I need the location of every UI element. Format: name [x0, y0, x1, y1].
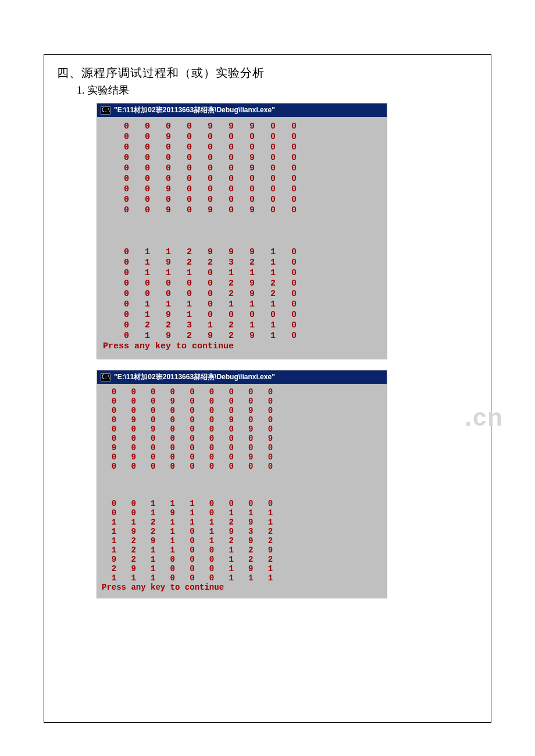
console1-output: 0 0 0 0 9 9 9 0 0 0 0 9 0 0 0 0 0 0 0 0 …	[97, 117, 387, 359]
console1-titlebar: C:\ "E:\11材加02班20113663郝绍燕\Debug\lianxi.…	[97, 104, 387, 117]
console-window-2: C:\ "E:\11材加02班20113663郝绍燕\Debug\lianxi.…	[97, 370, 387, 598]
cmd-icon: C:\	[101, 373, 110, 381]
watermark-text: .cn	[465, 404, 504, 432]
console2-title: "E:\11材加02班20113663郝绍燕\Debug\lianxi.exe"	[114, 372, 275, 382]
console1-title: "E:\11材加02班20113663郝绍燕\Debug\lianxi.exe"	[114, 105, 275, 115]
console2-block-b: 0 0 1 1 1 0 0 0 0 0 0 1 9 1 0 1 1 1 1 1 …	[102, 499, 273, 583]
console2-output: 0 0 0 0 0 0 0 0 0 0 0 0 9 0 0 0 0 0 0 0 …	[97, 384, 387, 598]
console-window-1: C:\ "E:\11材加02班20113663郝绍燕\Debug\lianxi.…	[97, 103, 387, 359]
page: 四、源程序调试过程和（或）实验分析 1. 实验结果 C:\ "E:\11材加02…	[0, 0, 535, 756]
console2-titlebar: C:\ "E:\11材加02班20113663郝绍燕\Debug\lianxi.…	[97, 370, 387, 384]
console1-block-a: 0 0 0 0 9 9 9 0 0 0 0 9 0 0 0 0 0 0 0 0 …	[103, 122, 297, 215]
console1-footer: Press any key to continue	[103, 341, 234, 351]
console2-block-a: 0 0 0 0 0 0 0 0 0 0 0 0 9 0 0 0 0 0 0 0 …	[102, 387, 273, 471]
console2-footer: Press any key to continue	[102, 583, 224, 592]
cmd-icon: C:\	[101, 106, 110, 115]
section-heading: 四、源程序调试过程和（或）实验分析	[57, 65, 478, 81]
content-frame: 四、源程序调试过程和（或）实验分析 1. 实验结果 C:\ "E:\11材加02…	[44, 54, 491, 723]
section-subheading: 1. 实验结果	[77, 83, 478, 97]
console1-block-b: 0 1 1 2 9 9 9 1 0 0 1 9 2 2 3 2 1 0 0 1 …	[103, 247, 297, 341]
